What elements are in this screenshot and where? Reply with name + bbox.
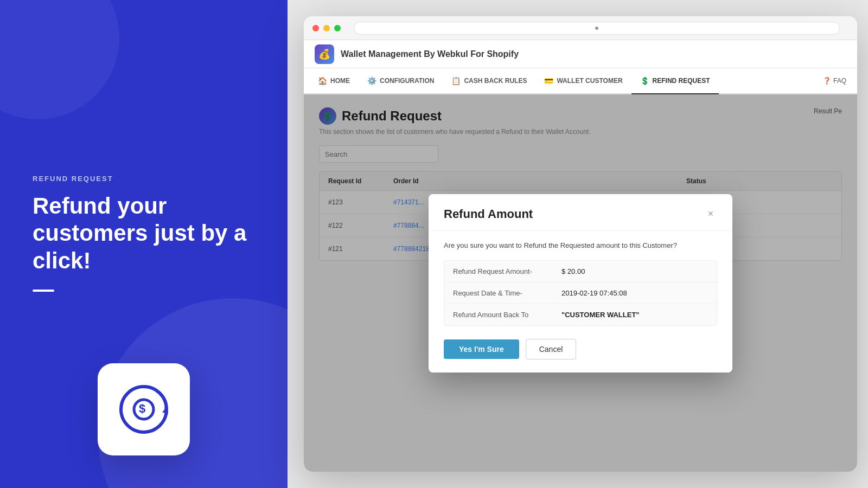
icon-card: $ [98,363,190,455]
browser-window: 💰 Wallet Management By Webkul For Shopif… [304,16,857,472]
modal-label-date: Request Date & Time- [453,289,561,297]
faq-icon: ❓ [823,77,831,85]
modal-value-amount: $ 20.00 [561,267,585,275]
nav-label-configuration: CONFIGURATION [380,77,434,85]
nav-label-home: HOME [330,77,350,85]
refund-icon: $ [114,380,174,439]
browser-minimize-dot [323,25,330,31]
refund-nav-icon: 💲 [640,76,649,85]
nav-item-configuration[interactable]: ⚙️ CONFIGURATION [359,68,443,94]
left-subtitle: REFUND REQUEST [33,175,255,183]
app-title: Wallet Management By Webkul For Shopify [341,49,519,59]
left-divider [33,290,54,292]
nav-item-home[interactable]: 🏠 HOME [309,68,359,94]
modal-question: Are you sure you want to Refund the Requ… [444,241,717,249]
home-icon: 🏠 [318,76,327,85]
browser-bar [304,16,857,40]
browser-close-dot [312,25,319,31]
nav-label-wallet: WALLET CUSTOMER [557,77,622,85]
modal-label-back-to: Refund Amount Back To [453,311,561,319]
nav-item-wallet-customer[interactable]: 💳 WALLET CUSTOMER [535,68,631,94]
refund-modal: Refund Amount × Are you sure you want to… [429,194,732,373]
wallet-icon: 💳 [544,76,553,85]
cancel-button[interactable]: Cancel [526,339,577,359]
app-content: 💰 Wallet Management By Webkul For Shopif… [304,40,857,472]
cashback-icon: 📋 [451,76,461,85]
nav-bar: 🏠 HOME ⚙️ CONFIGURATION 📋 CASH BACK RULE… [304,68,857,94]
modal-info-row-back-to: Refund Amount Back To "CUSTOMER WALLET" [444,304,717,325]
modal-close-button[interactable]: × [704,208,717,221]
modal-overlay: Refund Amount × Are you sure you want to… [304,94,857,472]
right-panel: 💰 Wallet Management By Webkul For Shopif… [288,0,868,488]
nav-label-refund: REFIND REQUEST [653,77,710,85]
address-indicator [595,27,598,30]
app-logo: 💰 [315,44,334,64]
nav-label-cashback: CASH BACK RULES [464,77,527,85]
modal-info-row-date: Request Date & Time- 2019-02-19 07:45:08 [444,282,717,304]
left-panel: REFUND REQUEST Refund your customers jus… [0,0,288,488]
confirm-button[interactable]: Yes I'm Sure [444,339,519,359]
svg-text:$: $ [139,402,145,415]
modal-header: Refund Amount × [429,194,732,230]
modal-label-amount: Refund Request Amount- [453,267,561,275]
modal-info-table: Refund Request Amount- $ 20.00 Request D… [444,260,717,326]
modal-value-date: 2019-02-19 07:45:08 [561,289,627,297]
modal-body: Are you sure you want to Refund the Requ… [429,230,732,373]
modal-actions: Yes I'm Sure Cancel [444,339,717,359]
modal-value-back-to: "CUSTOMER WALLET" [561,311,640,319]
page-content: 💲 Refund Request This section shows the … [304,94,857,472]
config-icon: ⚙️ [367,76,376,85]
app-header: 💰 Wallet Management By Webkul For Shopif… [304,40,857,68]
browser-maximize-dot [334,25,341,31]
left-title: Refund your customers just by a click! [33,192,255,274]
nav-label-faq: FAQ [833,77,846,85]
browser-address-bar [354,22,840,35]
modal-info-row-amount: Refund Request Amount- $ 20.00 [444,261,717,282]
nav-item-cashback[interactable]: 📋 CASH BACK RULES [443,68,535,94]
nav-item-faq[interactable]: ❓ FAQ [818,68,852,93]
nav-item-refund[interactable]: 💲 REFIND REQUEST [631,68,719,94]
modal-title: Refund Amount [444,207,533,221]
